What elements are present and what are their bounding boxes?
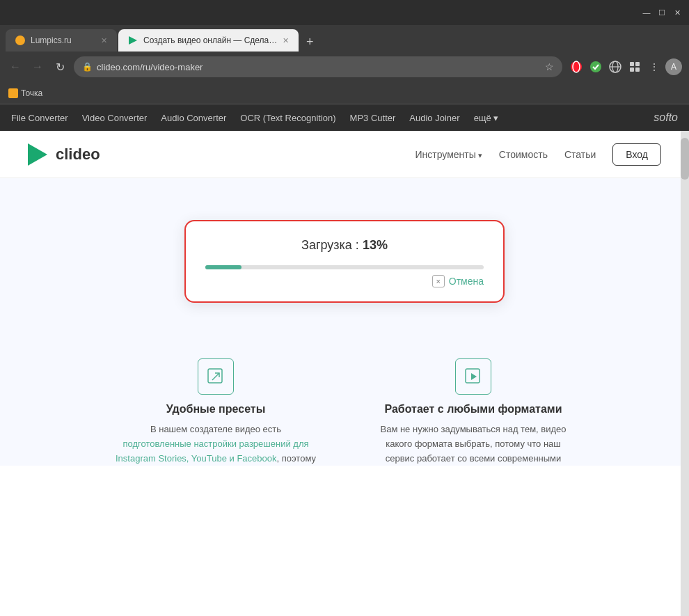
nav-audio-joiner[interactable]: Audio Joiner	[409, 113, 459, 123]
clideo-name: clideo	[56, 145, 100, 164]
svg-marker-0	[129, 36, 137, 45]
tab-clideo[interactable]: Создать видео онлайн — Сдела… ✕	[118, 29, 299, 52]
lock-icon: 🔒	[82, 62, 93, 72]
progress-bar-wrap	[205, 265, 484, 269]
progress-controls: × Отмена	[205, 275, 484, 287]
feature-formats-icon	[455, 358, 491, 395]
avatar[interactable]: A	[665, 58, 682, 75]
nav-ocr[interactable]: OCR (Text Recognition)	[240, 113, 335, 123]
window-controls: — ☐ ✕	[642, 8, 682, 17]
toolbar-icons: ⋮ A	[568, 58, 682, 75]
globe-icon[interactable]	[607, 58, 624, 75]
title-bar: — ☐ ✕	[0, 0, 689, 25]
upload-title: Загрузка : 13%	[205, 238, 484, 253]
svg-rect-7	[630, 62, 634, 66]
svg-rect-8	[635, 62, 640, 66]
address-input[interactable]: 🔒 clideo.com/ru/video-maker ☆	[74, 56, 562, 77]
tab-bar: Lumpics.ru ✕ Создать видео онлайн — Сдел…	[0, 25, 689, 52]
login-button[interactable]: Вход	[612, 143, 661, 166]
feature-presets-icon	[198, 358, 234, 395]
website-body: clideo Инструменты Стоимость Статьи Вход…	[0, 131, 689, 616]
nav-mp3-cutter[interactable]: MP3 Cutter	[350, 113, 396, 123]
tab-label-1: Lumpics.ru	[31, 35, 72, 45]
feature-formats: Работает с любыми форматами Вам не нужно…	[372, 358, 574, 466]
clideo-header-nav: Инструменты Стоимость Статьи Вход	[415, 143, 662, 166]
upload-percent: 13%	[363, 238, 388, 252]
svg-point-3	[590, 61, 601, 72]
page-content: File Converter Video Converter Audio Con…	[0, 104, 689, 616]
svg-rect-12	[208, 369, 222, 383]
svg-rect-9	[630, 68, 634, 72]
extension-icon[interactable]	[626, 58, 643, 75]
nav-audio-converter[interactable]: Audio Converter	[161, 113, 226, 123]
scrollbar[interactable]	[681, 131, 689, 616]
feature-formats-desc: Вам не нужно задумываться над тем, видео…	[372, 422, 574, 466]
cancel-button[interactable]: Отмена	[449, 276, 484, 287]
nav-file-converter[interactable]: File Converter	[11, 113, 68, 123]
forward-button[interactable]: →	[29, 58, 46, 75]
clideo-header: clideo Инструменты Стоимость Статьи Вход	[0, 131, 689, 178]
bookmarks-bar: Точка	[0, 82, 689, 104]
hamburger-menu-icon[interactable]: ⋮	[646, 58, 663, 75]
tab-label-2: Создать видео онлайн — Сдела…	[143, 35, 277, 45]
svg-rect-10	[635, 68, 640, 72]
tab-close-1[interactable]: ✕	[101, 36, 107, 45]
address-text: clideo.com/ru/video-maker	[97, 62, 541, 72]
progress-bar-fill	[205, 265, 241, 269]
reload-button[interactable]: ↻	[52, 58, 68, 75]
checkmark-icon[interactable]	[587, 58, 604, 75]
new-tab-button[interactable]: +	[300, 32, 319, 52]
nav-articles[interactable]: Статьи	[564, 149, 596, 160]
nav-more[interactable]: ещё ▾	[474, 113, 499, 123]
bookmark-tochka[interactable]: Точка	[8, 88, 42, 98]
bookmark-folder-icon	[8, 88, 18, 98]
site-nav: File Converter Video Converter Audio Con…	[0, 104, 689, 131]
feature-presets: Удобные пресеты В нашем создателе видео …	[115, 358, 317, 466]
tab-close-2[interactable]: ✕	[283, 36, 289, 45]
svg-marker-14	[471, 373, 477, 380]
bookmark-label: Точка	[21, 88, 42, 98]
browser-chrome: — ☐ ✕ Lumpics.ru ✕ Создать видео онлайн …	[0, 0, 689, 104]
close-button[interactable]: ✕	[672, 8, 682, 17]
feature-presets-title: Удобные пресеты	[166, 403, 266, 416]
nav-pricing[interactable]: Стоимость	[499, 149, 548, 160]
maximize-button[interactable]: ☐	[657, 8, 667, 17]
cancel-x-button[interactable]: ×	[432, 275, 445, 287]
nav-video-converter[interactable]: Video Converter	[82, 113, 148, 123]
tab-favicon-2	[128, 35, 138, 45]
feature-presets-desc: В нашем создателе видео есть подготовлен…	[115, 422, 317, 466]
tab-lumpics[interactable]: Lumpics.ru ✕	[6, 29, 117, 52]
opera-icon[interactable]	[568, 58, 585, 75]
address-bar: ← → ↻ 🔒 clideo.com/ru/video-maker ☆	[0, 52, 689, 82]
back-button[interactable]: ←	[7, 58, 24, 75]
svg-marker-11	[28, 143, 47, 166]
upload-progress-box: Загрузка : 13% × Отмена	[184, 220, 505, 303]
minimize-button[interactable]: —	[642, 8, 651, 17]
clideo-play-icon	[28, 143, 50, 166]
clideo-logo[interactable]: clideo	[28, 143, 100, 166]
tab-favicon-1	[15, 35, 25, 45]
feature-formats-title: Работает с любыми форматами	[385, 403, 562, 416]
softo-logo: softo	[654, 111, 678, 124]
main-content: Загрузка : 13% × Отмена	[0, 178, 689, 466]
features-section: Удобные пресеты В нашем создателе видео …	[101, 358, 588, 466]
nav-instruments[interactable]: Инструменты	[415, 149, 482, 160]
scrollbar-thumb[interactable]	[681, 138, 689, 180]
bookmark-star-icon[interactable]: ☆	[545, 61, 554, 72]
